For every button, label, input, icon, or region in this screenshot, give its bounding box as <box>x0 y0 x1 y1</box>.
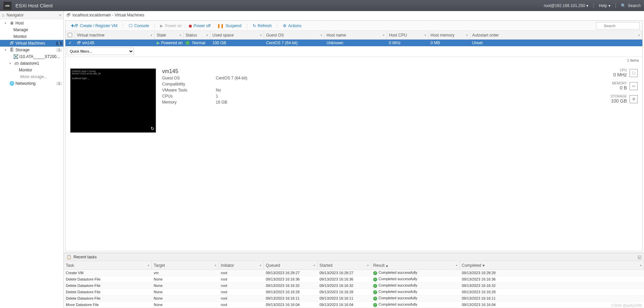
sort-asc-icon: ▴ <box>386 263 388 268</box>
play-icon: ▶ <box>160 23 163 28</box>
nav-datastore[interactable]: ▾ 🗃 datastore1 <box>0 60 63 67</box>
memory-icon: ▭ <box>630 82 638 90</box>
task-row[interactable]: Create VMvmroot09/13/2023 16:28:2709/13/… <box>64 270 644 276</box>
power-off-button[interactable]: ◼ Power off <box>186 22 213 29</box>
vm-group-icon: 🗗 <box>66 13 70 17</box>
refresh-icon[interactable]: ↻ <box>151 126 154 131</box>
storage-icon: 🗄 <box>9 48 14 52</box>
stop-icon: ◼ <box>189 23 192 28</box>
twisty-icon: ▾ <box>9 62 13 65</box>
quick-filters-select[interactable]: Quick filters... <box>67 48 134 55</box>
ok-icon: ✓ <box>373 303 377 307</box>
vm-title: vm145 <box>162 68 604 74</box>
watermark: CSDN @qwfys200 <box>611 303 642 307</box>
info-val: 16 GB <box>216 100 227 106</box>
info-val: CentOS 7 (64-bit) <box>216 76 247 82</box>
nav-manage[interactable]: Manage <box>0 26 63 33</box>
help-menu[interactable]: Help ▾ <box>599 3 610 8</box>
task-row[interactable]: Move Datastore FileNoneroot09/13/2023 16… <box>64 302 644 308</box>
col-menu-icon[interactable]: ▾ <box>425 34 426 37</box>
ok-icon: ✓ <box>186 41 190 45</box>
more-storage-link[interactable]: More storage... <box>0 73 63 80</box>
pause-icon: ❚❚ <box>217 23 224 28</box>
storage-icon: ≣ <box>630 95 638 103</box>
disk-icon: 💽 <box>13 54 18 59</box>
navigator-title: Navigator <box>6 13 23 17</box>
tasks-icon: 📋 <box>66 255 71 259</box>
info-val: No <box>216 88 221 94</box>
task-row[interactable]: Delete Datastore FileNoneroot09/13/2023 … <box>64 276 644 283</box>
col-menu-icon[interactable]: ▾ <box>383 34 385 37</box>
col-menu-icon[interactable]: ▾ <box>206 34 208 37</box>
collapse-nav-icon[interactable]: « <box>59 13 61 17</box>
console-icon: 🖵 <box>129 23 133 28</box>
navigator-panel: ⌂ Navigator « ▾ 🖥 Host Manage Monitor 🗗 … <box>0 11 64 308</box>
tasks-title: Recent tasks <box>73 255 97 259</box>
topbar: vm ESXi Host Client root@192.168.101.250… <box>0 0 644 11</box>
home-icon: ⌂ <box>2 13 4 17</box>
create-vm-button[interactable]: ✚🗗 Create / Register VM <box>68 22 120 29</box>
ok-icon: ✓ <box>373 297 377 301</box>
play-icon: ▶ <box>157 41 160 45</box>
nav-networking[interactable]: 🌐 Networking 1 <box>0 80 63 87</box>
items-count: 1 items <box>65 57 642 64</box>
app-title: ESXi Host Client <box>15 3 53 8</box>
ok-icon: ✓ <box>373 290 377 294</box>
nav-virtual-machines[interactable]: 🗗 Virtual Machines 1 <box>0 40 63 47</box>
task-row[interactable]: Delete Datastore FileNoneroot09/13/2023 … <box>64 289 644 295</box>
add-vm-icon: ✚🗗 <box>71 23 78 28</box>
info-key: VMware Tools <box>162 88 216 94</box>
console-button[interactable]: 🖵 Console <box>126 22 152 29</box>
nav-monitor[interactable]: Monitor <box>0 33 63 40</box>
nav-host[interactable]: ▾ 🖥 Host <box>0 20 63 26</box>
chevron-down-icon: ▾ <box>586 3 588 8</box>
suspend-button[interactable]: ❚❚ Suspend <box>214 22 244 29</box>
twisty-icon: ▾ <box>5 21 8 25</box>
vm-icon: 🗗 <box>9 41 14 46</box>
power-on-button[interactable]: ▶ Power on <box>157 22 185 29</box>
global-search[interactable]: 🔍 Search <box>621 3 641 8</box>
refresh-icon: ↻ <box>253 23 256 28</box>
ok-icon: ✓ <box>373 271 377 275</box>
col-menu-icon[interactable]: ▾ <box>320 34 322 37</box>
nav-storage[interactable]: ▾ 🗄 Storage 1 <box>0 47 63 53</box>
actions-button[interactable]: ⚙ Actions <box>280 22 304 29</box>
info-key: Memory <box>162 100 216 106</box>
chevron-down-icon: ▾ <box>608 3 610 8</box>
tasks-grid-header: Task▾ Target▾ Initiator▾ Queued▾ Started… <box>64 261 644 270</box>
user-menu[interactable]: root@192.168.101.250 ▾ <box>544 3 588 8</box>
breadcrumb: 🗗 localhost.localdomain - Virtual Machin… <box>64 11 644 19</box>
maximize-icon[interactable]: ◱ <box>638 255 641 259</box>
ok-icon: ✓ <box>373 284 377 288</box>
task-row[interactable]: Delete Datastore FileNoneroot09/13/2023 … <box>64 295 644 302</box>
vm-details: CentOS Linux 7 (Core)Kernel 3.10.0 on an… <box>65 64 642 137</box>
network-icon: 🌐 <box>9 81 14 86</box>
col-menu-icon[interactable]: ▾ <box>260 34 262 37</box>
ok-icon: ✓ <box>373 278 377 282</box>
vm-search-input[interactable] <box>596 22 640 29</box>
vm-toolbar: ✚🗗 Create / Register VM 🖵 Console ▶ Powe… <box>65 21 642 31</box>
col-menu-icon[interactable]: ▾ <box>638 34 640 37</box>
select-all-checkbox[interactable] <box>68 33 72 37</box>
vm-row[interactable]: ✓ 🗗vm145 ▶Powered on ✓Normal 100 GB Cent… <box>65 40 642 46</box>
info-key: Guest OS <box>162 76 216 82</box>
console-thumbnail[interactable]: CentOS Linux 7 (Core)Kernel 3.10.0 on an… <box>70 68 156 133</box>
task-row[interactable]: Delete Datastore FileNoneroot09/13/2023 … <box>64 283 644 289</box>
host-icon: 🖥 <box>9 21 14 25</box>
col-menu-icon[interactable]: ▾ <box>466 34 468 37</box>
nav-disk[interactable]: 💽 t10.ATA_____ST200... <box>0 53 63 60</box>
info-key: Compatibility <box>162 82 216 88</box>
vmware-logo: vm <box>3 2 11 10</box>
info-key: CPUs <box>162 94 216 100</box>
memory-stat: MEMORY0 B ▭ <box>612 81 638 90</box>
vm-on-icon: 🗗 <box>77 41 81 45</box>
vm-grid-header: Virtual machine▾ State▾ Status▾ Used spa… <box>65 31 642 40</box>
checkmark-icon: ✓ <box>68 41 72 45</box>
nav-ds-monitor[interactable]: Monitor <box>0 67 63 73</box>
col-menu-icon[interactable]: ▾ <box>180 34 181 37</box>
refresh-button[interactable]: ↻ Refresh <box>250 22 275 29</box>
col-menu-icon[interactable]: ▾ <box>151 34 152 37</box>
twisty-icon: ▾ <box>5 48 8 52</box>
cpu-icon: ▢ <box>630 69 638 77</box>
search-icon: 🔍 <box>621 3 626 8</box>
